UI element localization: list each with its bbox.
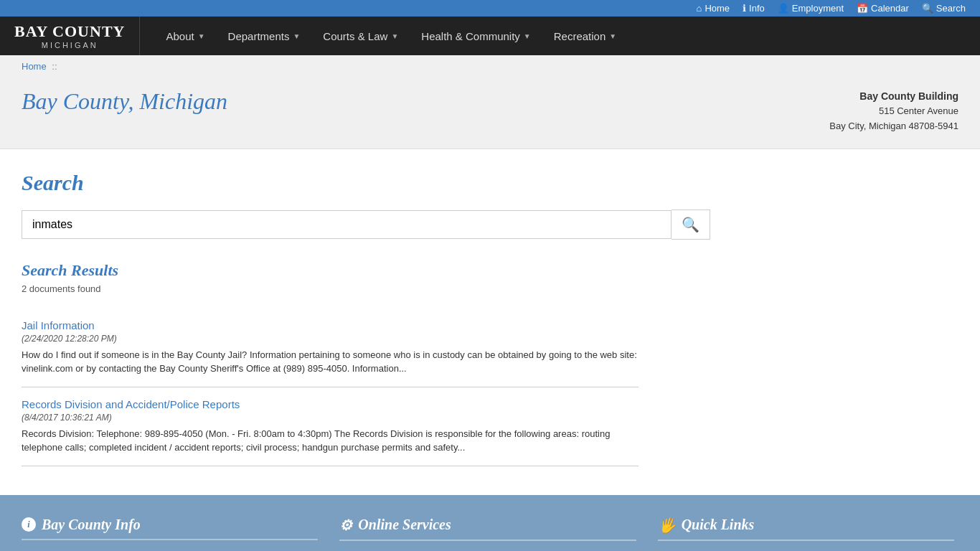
search-submit-icon: 🔍 (682, 217, 699, 232)
footer: i Bay County Info Like us on Facebook an… (0, 495, 980, 551)
search-results-heading: Search Results (22, 261, 958, 280)
chevron-down-icon: ▼ (524, 32, 531, 40)
top-home-label: Home (705, 3, 730, 14)
street-address: 515 Center Avenue (829, 104, 958, 119)
breadcrumb: Home :: (0, 55, 980, 77)
top-utility-bar: ⌂ Home ℹ Info 👤 Employment 📅 Calendar 🔍 … (0, 0, 980, 17)
nav-recreation-label: Recreation (554, 30, 606, 42)
chevron-down-icon: ▼ (293, 32, 300, 40)
info-icon: ℹ (743, 3, 746, 14)
footer-info-section: i Bay County Info Like us on Facebook an… (22, 517, 318, 551)
site-logo: BAY COUNTY MICHIGAN (14, 17, 140, 55)
hand-icon: 🖐 (658, 517, 676, 534)
nav-item-health: Health & Community ▼ (410, 17, 542, 55)
breadcrumb-home-link[interactable]: Home (22, 61, 47, 72)
nav-links-list: About ▼ Departments ▼ Courts & Law ▼ Hea… (154, 17, 628, 55)
address-block: Bay County Building 515 Center Avenue Ba… (829, 88, 958, 134)
top-search-label: Search (936, 3, 966, 14)
info-circle-icon: i (22, 517, 36, 532)
footer-quick-links-section: 🖐 Quick Links Bay Alerts Contact Us Crim… (658, 517, 954, 551)
footer-online-services-section: ⚙ Online Services Adopt-a-Pet Program Ap… (339, 517, 636, 551)
result-2-date: (8/4/2017 10:36:21 AM) (22, 413, 639, 423)
result-1-link[interactable]: Jail Information (22, 319, 639, 331)
user-icon: 👤 (778, 3, 789, 14)
nav-courts-label: Courts & Law (323, 30, 387, 42)
results-count: 2 documents found (22, 283, 958, 294)
nav-recreation-link[interactable]: Recreation ▼ (542, 17, 628, 55)
top-search-link[interactable]: 🔍 Search (922, 3, 966, 14)
building-name: Bay County Building (829, 88, 958, 104)
result-item: Records Division and Accident/Police Rep… (22, 387, 639, 466)
nav-item-courts: Courts & Law ▼ (311, 17, 410, 55)
footer-online-services-title: ⚙ Online Services (339, 517, 636, 541)
nav-health-link[interactable]: Health & Community ▼ (410, 17, 542, 55)
main-navigation: BAY COUNTY MICHIGAN About ▼ Departments … (0, 17, 980, 55)
footer-quick-links-title: 🖐 Quick Links (658, 517, 954, 541)
top-home-link[interactable]: ⌂ Home (697, 3, 730, 14)
search-input[interactable] (22, 210, 672, 239)
nav-departments-label: Departments (228, 30, 290, 42)
gear-icon: ⚙ (339, 517, 352, 534)
search-submit-button[interactable]: 🔍 (672, 209, 710, 240)
top-employment-label: Employment (792, 3, 844, 14)
chevron-down-icon: ▼ (391, 32, 398, 40)
result-1-date: (2/24/2020 12:28:20 PM) (22, 334, 639, 344)
top-calendar-link[interactable]: 📅 Calendar (857, 3, 909, 14)
nav-item-departments: Departments ▼ (217, 17, 312, 55)
search-heading: Search (22, 171, 958, 195)
page-header: Bay County, Michigan Bay County Building… (0, 77, 980, 149)
nav-courts-link[interactable]: Courts & Law ▼ (311, 17, 410, 55)
top-employment-link[interactable]: 👤 Employment (778, 3, 844, 14)
result-2-link[interactable]: Records Division and Accident/Police Rep… (22, 398, 639, 410)
nav-health-label: Health & Community (421, 30, 520, 42)
search-icon: 🔍 (922, 3, 933, 14)
nav-item-about: About ▼ (154, 17, 216, 55)
nav-about-label: About (166, 30, 194, 42)
top-info-link[interactable]: ℹ Info (743, 3, 765, 14)
home-icon: ⌂ (697, 3, 702, 14)
nav-departments-link[interactable]: Departments ▼ (217, 17, 312, 55)
nav-item-recreation: Recreation ▼ (542, 17, 628, 55)
calendar-icon: 📅 (857, 3, 868, 14)
logo-state-name: MICHIGAN (42, 41, 98, 50)
result-1-snippet: How do I find out if someone is in the B… (22, 348, 639, 376)
result-2-snippet: Records Division: Telephone: 989-895-405… (22, 427, 639, 455)
main-content: Search 🔍 Search Results 2 documents foun… (0, 149, 980, 495)
search-box-wrapper: 🔍 (22, 209, 710, 240)
top-calendar-label: Calendar (871, 3, 909, 14)
breadcrumb-separator: :: (52, 61, 57, 72)
chevron-down-icon: ▼ (198, 32, 205, 40)
nav-about-link[interactable]: About ▼ (154, 17, 216, 55)
footer-grid: i Bay County Info Like us on Facebook an… (22, 517, 954, 551)
chevron-down-icon: ▼ (609, 32, 616, 40)
top-info-label: Info (749, 3, 765, 14)
logo-county-name: BAY COUNTY (14, 22, 125, 41)
page-title: Bay County, Michigan (22, 88, 227, 115)
result-item: Jail Information (2/24/2020 12:28:20 PM)… (22, 309, 639, 387)
city-state-zip: Bay City, Michigan 48708-5941 (829, 119, 958, 134)
footer-info-title: i Bay County Info (22, 517, 318, 540)
